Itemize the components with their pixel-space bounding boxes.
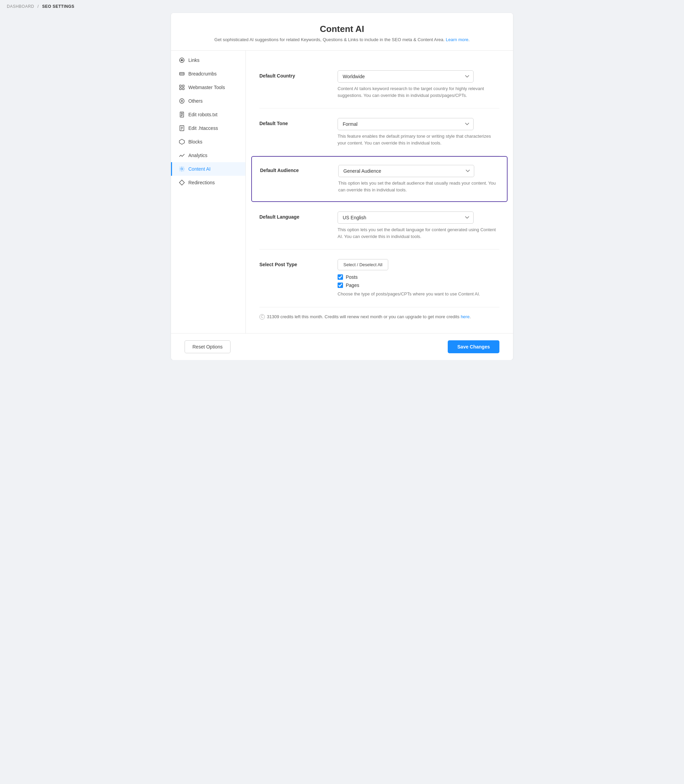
breadcrumb-dashboard[interactable]: DASHBOARD xyxy=(7,4,34,9)
analytics-icon xyxy=(179,152,185,158)
label-default-country: Default Country xyxy=(260,70,327,79)
checkbox-group-post-types: Posts Pages xyxy=(337,274,499,288)
hint-select-post-type: Choose the type of posts/pages/CPTs wher… xyxy=(337,291,499,297)
breadcrumb-current: SEO SETTINGS xyxy=(42,4,74,9)
page-footer: Reset Options Save Changes xyxy=(171,333,513,360)
control-default-language: US English UK English Spanish French Ger… xyxy=(337,211,499,240)
sidebar-item-breadcrumbs[interactable]: Breadcrumbs xyxy=(171,67,245,81)
select-default-tone[interactable]: Formal Informal Neutral Creative Academi… xyxy=(337,118,474,130)
svg-point-21 xyxy=(181,168,183,170)
sidebar-label-breadcrumbs: Breadcrumbs xyxy=(188,71,216,76)
sidebar-item-redirections[interactable]: Redirections xyxy=(171,176,245,189)
section-default-language: Default Language US English UK English S… xyxy=(260,202,499,250)
control-default-country: Worldwide United States United Kingdom C… xyxy=(337,70,499,98)
sidebar-label-webmaster-tools: Webmaster Tools xyxy=(188,85,225,90)
label-default-tone: Default Tone xyxy=(260,118,327,126)
hint-default-audience: This option lets you set the default aud… xyxy=(338,180,499,193)
hint-default-language: This option lets you set the default lan… xyxy=(337,226,499,240)
control-default-tone: Formal Informal Neutral Creative Academi… xyxy=(337,118,499,146)
others-icon xyxy=(179,98,185,104)
select-default-country[interactable]: Worldwide United States United Kingdom C… xyxy=(337,70,474,82)
section-select-post-type: Select Post Type Select / Deselect All P… xyxy=(260,250,499,307)
save-changes-button[interactable]: Save Changes xyxy=(448,340,499,353)
control-default-audience: General Audience Professionals Beginners… xyxy=(338,165,499,193)
sidebar-label-analytics: Analytics xyxy=(188,153,207,158)
control-select-post-type: Select / Deselect All Posts Pages Ch xyxy=(337,259,499,297)
posts-label: Posts xyxy=(346,274,358,280)
main-content: Default Country Worldwide United States … xyxy=(246,51,513,333)
edit-robots-icon xyxy=(179,111,185,118)
sidebar-item-content-ai[interactable]: Content AI xyxy=(171,162,245,176)
select-deselect-all-button[interactable]: Select / Deselect All xyxy=(337,259,388,270)
edit-htaccess-icon xyxy=(179,125,185,131)
sidebar-item-links[interactable]: Links xyxy=(171,53,245,67)
breadcrumb: DASHBOARD / SEO SETTINGS xyxy=(0,0,684,13)
sidebar-item-edit-htaccess[interactable]: Edit .htaccess xyxy=(171,121,245,135)
label-default-audience: Default Audience xyxy=(260,165,328,173)
content-ai-icon xyxy=(179,166,185,172)
sidebar-item-blocks[interactable]: Blocks xyxy=(171,135,245,148)
section-default-country: Default Country Worldwide United States … xyxy=(260,61,499,108)
sidebar-item-others[interactable]: Others xyxy=(171,94,245,108)
blocks-icon xyxy=(179,139,185,145)
svg-rect-8 xyxy=(179,88,181,90)
select-default-audience[interactable]: General Audience Professionals Beginners… xyxy=(338,165,474,177)
sidebar-label-edit-htaccess: Edit .htaccess xyxy=(188,126,218,131)
label-select-post-type: Select Post Type xyxy=(260,259,327,267)
page-wrapper: Content AI Get sophisticated AI suggesti… xyxy=(171,13,513,360)
select-default-language[interactable]: US English UK English Spanish French Ger… xyxy=(337,211,474,224)
page-header: Content AI Get sophisticated AI suggesti… xyxy=(171,13,513,51)
svg-marker-20 xyxy=(179,139,185,145)
sidebar-label-edit-robots: Edit robots.txt xyxy=(188,112,218,117)
pages-label: Pages xyxy=(346,282,359,288)
sidebar-item-edit-robots[interactable]: Edit robots.txt xyxy=(171,108,245,121)
credits-link[interactable]: here xyxy=(461,314,469,319)
posts-checkbox[interactable] xyxy=(337,274,343,280)
svg-point-10 xyxy=(179,98,184,103)
links-icon xyxy=(179,57,185,63)
svg-rect-9 xyxy=(182,88,184,90)
sidebar-label-links: Links xyxy=(188,58,200,63)
svg-rect-7 xyxy=(182,85,184,87)
credits-text: 31309 credits left this month. Credits w… xyxy=(267,314,471,319)
section-default-audience: Default Audience General Audience Profes… xyxy=(251,156,508,202)
credits-icon: C xyxy=(260,314,265,319)
hint-default-tone: This feature enables the default primary… xyxy=(337,133,499,146)
svg-marker-22 xyxy=(179,180,185,185)
sidebar-label-others: Others xyxy=(188,98,203,104)
sidebar-item-webmaster-tools[interactable]: Webmaster Tools xyxy=(171,81,245,94)
sidebar: Links Breadcrumbs Webmaster Tools Others xyxy=(171,51,246,333)
svg-point-13 xyxy=(181,113,182,114)
pages-checkbox[interactable] xyxy=(337,282,343,288)
redirections-icon xyxy=(179,179,185,186)
hint-default-country: Content AI tailors keyword research to t… xyxy=(337,85,499,98)
breadcrumbs-icon xyxy=(179,71,185,77)
section-default-tone: Default Tone Formal Informal Neutral Cre… xyxy=(260,108,499,156)
webmaster-tools-icon xyxy=(179,84,185,90)
reset-options-button[interactable]: Reset Options xyxy=(185,340,231,353)
sidebar-item-analytics[interactable]: Analytics xyxy=(171,148,245,162)
svg-rect-6 xyxy=(179,85,181,87)
sidebar-label-content-ai: Content AI xyxy=(188,166,210,172)
content-area: Links Breadcrumbs Webmaster Tools Others xyxy=(171,51,513,333)
credits-section: C 31309 credits left this month. Credits… xyxy=(260,307,499,323)
sidebar-label-redirections: Redirections xyxy=(188,180,215,185)
label-default-language: Default Language xyxy=(260,211,327,219)
sidebar-label-blocks: Blocks xyxy=(188,139,202,145)
checkbox-item-posts: Posts xyxy=(337,274,499,280)
page-description: Get sophisticated AI suggestions for rel… xyxy=(178,37,506,42)
svg-point-11 xyxy=(181,100,183,102)
checkbox-item-pages: Pages xyxy=(337,282,499,288)
learn-more-link[interactable]: Learn more xyxy=(446,37,468,42)
page-title: Content AI xyxy=(178,24,506,34)
